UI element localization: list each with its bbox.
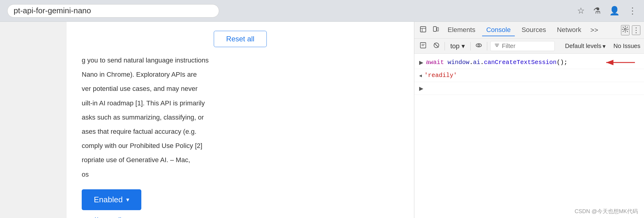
main-layout: Reset all g you to send natural language… [0, 22, 644, 218]
filter-icon [494, 43, 500, 50]
reset-all-button[interactable]: Reset all [214, 31, 267, 47]
console-row-3[interactable]: ▶ [414, 82, 644, 95]
no-issues-badge: No Issues [613, 43, 640, 50]
expand-arrow-2[interactable]: ◂ [419, 72, 422, 80]
menu-icon[interactable]: ⋮ [628, 6, 637, 16]
tab-elements[interactable]: Elements [443, 24, 480, 36]
svg-rect-3 [433, 27, 436, 31]
svg-line-10 [434, 43, 439, 47]
expand-arrow-3[interactable]: ▶ [419, 85, 423, 93]
user-icon[interactable]: 👤 [609, 6, 620, 16]
devtools-device-icon[interactable] [431, 25, 441, 36]
use-policy-link[interactable]: ve-ai/use-policy [82, 216, 399, 218]
devtools-panel: Elements Console Sources Network >> ⋮ [414, 22, 644, 218]
url-text: pt-api-for-gemini-nano [14, 6, 91, 15]
console-text-2: 'readily' [424, 71, 457, 80]
browser-icon-group: ☆ ⚗ 👤 ⋮ [577, 6, 637, 16]
svg-point-5 [624, 28, 626, 30]
toolbar-divider-2 [470, 42, 471, 50]
flask-icon[interactable]: ⚗ [593, 6, 601, 16]
console-toolbar: top ▾ [414, 39, 644, 54]
svg-point-12 [478, 44, 480, 46]
filter-bar[interactable] [490, 41, 555, 51]
tab-network[interactable]: Network [553, 24, 586, 36]
chevron-down-icon: ▾ [126, 195, 129, 204]
console-text-1: await window.ai.canCreateTextSession(); [426, 58, 567, 67]
filter-input[interactable] [502, 43, 551, 50]
eye-icon[interactable] [474, 41, 484, 52]
devtools-tabbar: Elements Console Sources Network >> ⋮ [414, 22, 644, 39]
watermark: CSDN @今天也想MK代码 [575, 208, 638, 215]
console-row-2: ◂ 'readily' [414, 69, 644, 82]
annotation-arrow [602, 56, 638, 69]
tab-sources[interactable]: Sources [517, 24, 550, 36]
context-selector[interactable]: top ▾ [448, 41, 467, 51]
devtools-inspect-icon[interactable] [418, 25, 428, 36]
svg-rect-0 [420, 27, 426, 32]
enabled-button[interactable]: Enabled ▾ [82, 189, 141, 210]
context-dropdown-arrow: ▾ [462, 42, 465, 50]
console-output: ▶ await window.ai.canCreateTextSession()… [414, 54, 644, 218]
log-levels-selector[interactable]: Default levels ▾ [563, 41, 608, 51]
expand-arrow-1[interactable]: ▶ [419, 59, 423, 67]
star-icon[interactable]: ☆ [577, 6, 585, 16]
clear-console-icon[interactable] [418, 41, 428, 52]
url-bar[interactable]: pt-api-for-gemini-nano [7, 4, 219, 18]
levels-dropdown-arrow: ▾ [603, 43, 606, 50]
console-row-1: ▶ await window.ai.canCreateTextSession()… [414, 56, 644, 69]
devtools-settings-icon[interactable] [621, 25, 629, 35]
more-tabs-button[interactable]: >> [588, 24, 601, 36]
block-icon[interactable] [431, 41, 442, 52]
svg-rect-4 [437, 27, 439, 31]
page-body-text: g you to send natural language instructi… [82, 55, 399, 210]
left-sidebar [0, 22, 67, 218]
browser-bar: pt-api-for-gemini-nano ☆ ⚗ 👤 ⋮ [0, 0, 644, 22]
tab-console[interactable]: Console [482, 24, 515, 36]
svg-rect-6 [420, 43, 426, 48]
page-content: Reset all g you to send natural language… [67, 22, 414, 218]
devtools-more-icon[interactable]: ⋮ [632, 25, 640, 35]
toolbar-divider [445, 42, 445, 50]
toolbar-divider-3 [487, 42, 487, 50]
